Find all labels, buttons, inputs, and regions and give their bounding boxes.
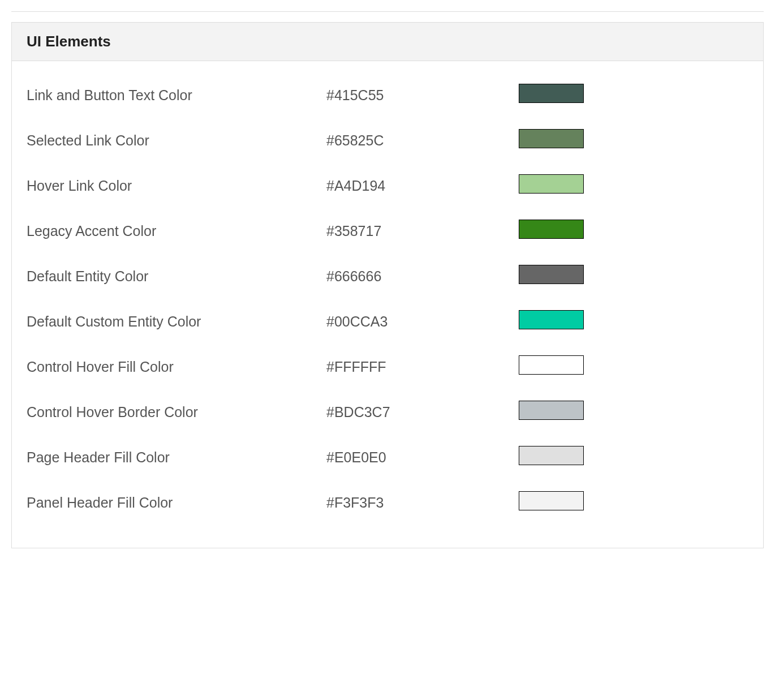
- color-row: Hover Link Color#A4D194: [12, 163, 763, 208]
- color-swatch-container: [519, 446, 584, 469]
- color-swatch-container: [519, 129, 584, 152]
- color-swatch[interactable]: [519, 129, 584, 148]
- color-swatch-container: [519, 84, 584, 106]
- color-swatch[interactable]: [519, 220, 584, 239]
- color-swatch-container: [519, 265, 584, 287]
- color-row: Page Header Fill Color#E0E0E0: [12, 435, 763, 480]
- color-label: Link and Button Text Color: [27, 87, 326, 104]
- color-hex-value[interactable]: #F3F3F3: [326, 495, 519, 511]
- color-swatch[interactable]: [519, 84, 584, 103]
- color-hex-value[interactable]: #E0E0E0: [326, 449, 519, 466]
- color-swatch[interactable]: [519, 174, 584, 194]
- color-label: Control Hover Border Color: [27, 404, 326, 420]
- color-swatch-container: [519, 491, 584, 514]
- color-swatch[interactable]: [519, 265, 584, 284]
- color-hex-value[interactable]: #FFFFFF: [326, 359, 519, 375]
- color-hex-value[interactable]: #415C55: [326, 87, 519, 104]
- color-hex-value[interactable]: #65825C: [326, 132, 519, 149]
- color-label: Default Custom Entity Color: [27, 314, 326, 330]
- color-swatch-container: [519, 355, 584, 378]
- color-hex-value[interactable]: #358717: [326, 223, 519, 239]
- color-swatch[interactable]: [519, 491, 584, 510]
- color-label: Page Header Fill Color: [27, 449, 326, 466]
- color-swatch[interactable]: [519, 310, 584, 329]
- color-swatch-container: [519, 401, 584, 423]
- color-row: Control Hover Fill Color#FFFFFF: [12, 344, 763, 389]
- top-divider: [11, 11, 764, 12]
- color-label: Default Entity Color: [27, 268, 326, 285]
- color-row: Panel Header Fill Color#F3F3F3: [12, 480, 763, 525]
- color-swatch-container: [519, 220, 584, 242]
- color-swatch[interactable]: [519, 446, 584, 465]
- color-row: Selected Link Color#65825C: [12, 118, 763, 163]
- ui-elements-panel: UI Elements Link and Button Text Color#4…: [11, 22, 764, 548]
- color-hex-value[interactable]: #BDC3C7: [326, 404, 519, 420]
- color-swatch-container: [519, 174, 584, 197]
- color-hex-value[interactable]: #A4D194: [326, 178, 519, 194]
- color-row: Link and Button Text Color#415C55: [12, 72, 763, 118]
- panel-body: Link and Button Text Color#415C55Selecte…: [12, 61, 763, 548]
- color-label: Selected Link Color: [27, 132, 326, 149]
- color-swatch[interactable]: [519, 355, 584, 375]
- panel-title: UI Elements: [27, 33, 748, 50]
- panel-header: UI Elements: [12, 23, 763, 61]
- color-swatch[interactable]: [519, 401, 584, 420]
- color-row: Control Hover Border Color#BDC3C7: [12, 389, 763, 435]
- color-label: Legacy Accent Color: [27, 223, 326, 239]
- color-hex-value[interactable]: #00CCA3: [326, 314, 519, 330]
- color-label: Control Hover Fill Color: [27, 359, 326, 375]
- color-label: Hover Link Color: [27, 178, 326, 194]
- color-swatch-container: [519, 310, 584, 333]
- color-row: Default Entity Color#666666: [12, 254, 763, 299]
- color-row: Legacy Accent Color#358717: [12, 208, 763, 254]
- color-row: Default Custom Entity Color#00CCA3: [12, 299, 763, 344]
- color-label: Panel Header Fill Color: [27, 495, 326, 511]
- color-hex-value[interactable]: #666666: [326, 268, 519, 285]
